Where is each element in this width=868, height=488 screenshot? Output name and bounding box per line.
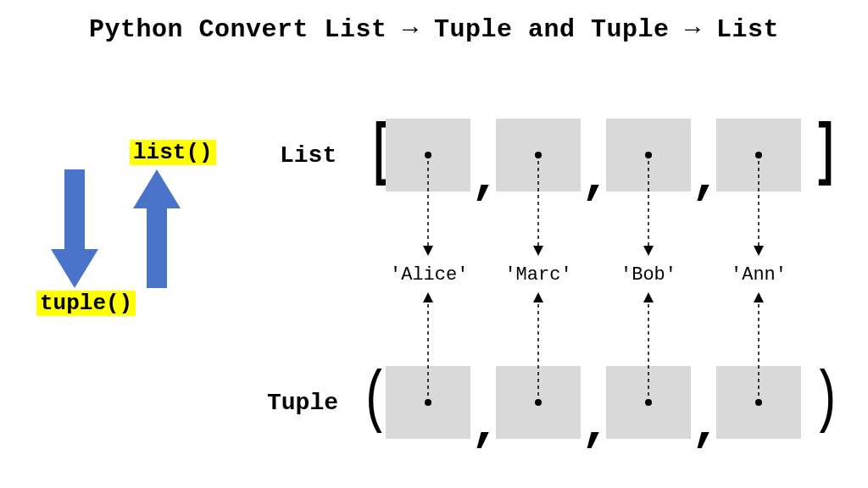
- svg-marker-11: [423, 292, 433, 302]
- comma: ,: [581, 152, 611, 203]
- value-label: 'Ann': [721, 264, 797, 286]
- pointer-dot: [425, 399, 431, 406]
- pointer-dot: [535, 399, 542, 406]
- svg-marker-5: [533, 246, 543, 256]
- value-label: 'Marc': [500, 264, 576, 286]
- svg-marker-0: [133, 169, 181, 288]
- value-label: 'Bob': [610, 264, 687, 286]
- comma: ,: [691, 400, 721, 451]
- svg-marker-17: [754, 292, 764, 302]
- arrow-icon: →: [685, 15, 701, 44]
- pointer-dot: [425, 152, 431, 158]
- close-paren: ): [811, 366, 840, 435]
- arrow-icon: →: [403, 15, 419, 44]
- comma: ,: [581, 400, 611, 451]
- up-arrow-icon: [131, 169, 182, 288]
- dashed-arrow-down-icon: [533, 161, 543, 256]
- dashed-arrow-up-icon: [643, 292, 654, 396]
- list-label: List: [280, 142, 337, 169]
- svg-marker-7: [643, 246, 654, 256]
- diagram-stage: Python Convert List → Tuple and Tuple → …: [0, 0, 868, 488]
- title-part-1: Python Convert List: [89, 15, 403, 44]
- dashed-arrow-down-icon: [754, 161, 764, 256]
- comma: ,: [470, 400, 501, 451]
- pointer-dot: [755, 152, 762, 158]
- svg-marker-3: [423, 246, 433, 256]
- title-part-3: List: [701, 15, 780, 44]
- svg-marker-1: [51, 169, 98, 288]
- down-arrow-icon: [49, 169, 100, 288]
- svg-marker-9: [754, 246, 764, 256]
- svg-marker-15: [643, 292, 654, 302]
- svg-marker-13: [533, 292, 543, 302]
- list-function-label: list(): [130, 140, 216, 165]
- tuple-function-label: tuple(): [36, 291, 136, 316]
- dashed-arrow-up-icon: [754, 292, 764, 396]
- title-part-2: Tuple and Tuple: [418, 15, 685, 44]
- dashed-arrow-up-icon: [423, 292, 433, 396]
- tuple-label: Tuple: [267, 390, 338, 416]
- dashed-arrow-down-icon: [643, 161, 654, 256]
- close-bracket: ]: [814, 119, 839, 188]
- diagram-title: Python Convert List → Tuple and Tuple → …: [0, 15, 868, 44]
- dashed-arrow-down-icon: [423, 161, 433, 256]
- comma: ,: [470, 152, 501, 203]
- pointer-dot: [755, 399, 762, 406]
- pointer-dot: [645, 399, 652, 406]
- pointer-dot: [535, 152, 542, 158]
- comma: ,: [691, 152, 721, 203]
- value-label: 'Alice': [390, 264, 466, 286]
- dashed-arrow-up-icon: [533, 292, 543, 396]
- pointer-dot: [645, 152, 652, 158]
